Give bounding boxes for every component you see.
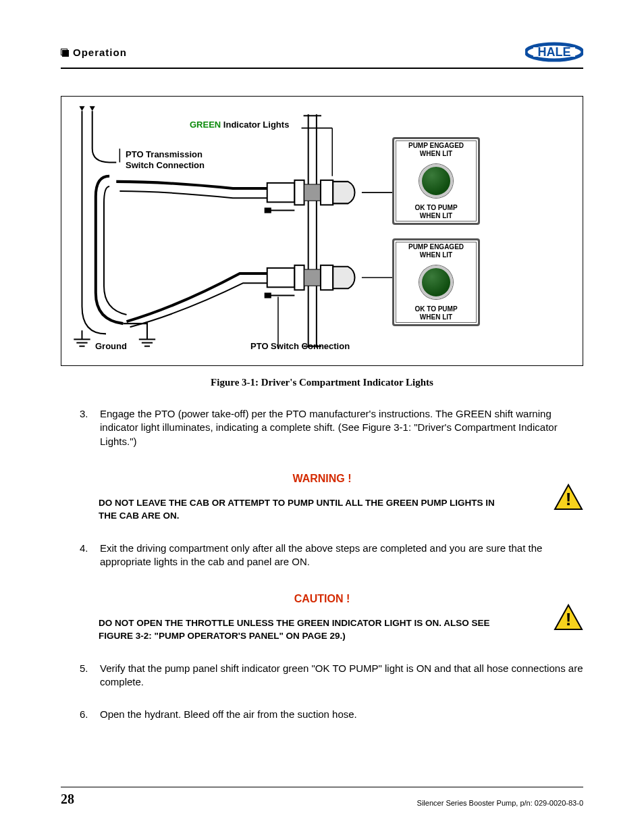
page-footer: 28 Silencer Series Booster Pump, p/n: 02… bbox=[61, 787, 583, 807]
step-4: 4. Exit the driving compartment only aft… bbox=[80, 542, 583, 569]
caution-body: DO NOT OPEN THE THROTTLE UNLESS THE GREE… bbox=[99, 617, 495, 643]
svg-rect-27 bbox=[265, 292, 271, 298]
status-panel-lower: PUMP ENGAGED WHEN LIT OK TO PUMP WHEN LI… bbox=[392, 238, 480, 326]
bullet-icon bbox=[61, 49, 68, 55]
svg-rect-20 bbox=[265, 207, 271, 213]
svg-text:!: ! bbox=[566, 489, 572, 509]
step-4-number: 4. bbox=[80, 542, 90, 569]
svg-rect-15 bbox=[267, 183, 295, 202]
caution-block: ! DO NOT OPEN THE THROTTLE UNLESS THE GR… bbox=[61, 617, 583, 643]
status-lower-top: PUMP ENGAGED WHEN LIT bbox=[408, 243, 464, 259]
page-number: 28 bbox=[61, 791, 74, 807]
warning-heading: WARNING ! bbox=[61, 473, 583, 485]
status-upper-bottom: OK TO PUMP WHEN LIT bbox=[414, 204, 457, 220]
step-4-text: Exit the driving compartment only after … bbox=[100, 542, 583, 569]
green-light-icon bbox=[419, 164, 453, 198]
section-title: Operation bbox=[61, 47, 127, 58]
diagram-label-switch-conn: Switch Connection bbox=[126, 160, 205, 170]
svg-marker-34 bbox=[90, 106, 95, 111]
svg-text:HALE: HALE bbox=[538, 45, 571, 59]
warning-body: DO NOT LEAVE THE CAB OR ATTEMPT TO PUMP … bbox=[99, 497, 495, 523]
green-light-icon bbox=[419, 265, 453, 299]
caution-icon: ! bbox=[554, 604, 583, 633]
svg-marker-33 bbox=[79, 106, 84, 111]
step-5-number: 5. bbox=[80, 662, 90, 689]
svg-rect-24 bbox=[304, 269, 321, 286]
svg-rect-16 bbox=[294, 180, 304, 205]
svg-text:!: ! bbox=[566, 609, 572, 629]
svg-rect-25 bbox=[321, 265, 333, 290]
step-6-text: Open the hydrant. Bleed off the air from… bbox=[100, 708, 357, 721]
section-title-text: Operation bbox=[73, 47, 127, 58]
step-5: 5. Verify that the pump panel shift indi… bbox=[80, 662, 583, 689]
caution-heading: CAUTION ! bbox=[61, 593, 583, 605]
status-lower-bottom: OK TO PUMP WHEN LIT bbox=[414, 305, 457, 321]
page-header: Operation HALE bbox=[61, 41, 583, 63]
header-rule bbox=[61, 68, 583, 69]
svg-rect-22 bbox=[267, 268, 295, 287]
step-3-text: Engage the PTO (power take-off) per the … bbox=[100, 407, 583, 448]
svg-rect-23 bbox=[294, 265, 304, 290]
warning-icon: ! bbox=[554, 484, 583, 513]
step-6: 6. Open the hydrant. Bleed off the air f… bbox=[80, 708, 583, 721]
diagram-label-green-indicator: GREEN Indicator Lights bbox=[190, 120, 289, 130]
step-6-number: 6. bbox=[80, 708, 90, 721]
step-3-number: 3. bbox=[80, 407, 90, 448]
diagram-label-pto-switch: PTO Switch Connection bbox=[250, 341, 350, 351]
warning-block: ! DO NOT LEAVE THE CAB OR ATTEMPT TO PUM… bbox=[61, 497, 583, 523]
step-3: 3. Engage the PTO (power take-off) per t… bbox=[80, 407, 583, 448]
svg-rect-18 bbox=[321, 180, 333, 205]
footer-text: Silencer Series Booster Pump, p/n: 029-0… bbox=[417, 799, 583, 807]
status-upper-top: PUMP ENGAGED WHEN LIT bbox=[408, 142, 464, 158]
figure-caption: Figure 3-1: Driver's Compartment Indicat… bbox=[61, 377, 583, 388]
step-5-text: Verify that the pump panel shift indicat… bbox=[100, 662, 583, 689]
diagram-label-pto-trans: PTO Transmission bbox=[126, 149, 203, 159]
svg-rect-17 bbox=[304, 184, 321, 201]
figure-diagram: GREEN Indicator Lights PTO Transmission … bbox=[61, 96, 583, 366]
diagram-label-ground: Ground bbox=[95, 341, 127, 351]
status-panel-upper: PUMP ENGAGED WHEN LIT OK TO PUMP WHEN LI… bbox=[392, 137, 480, 225]
hale-logo: HALE bbox=[525, 41, 583, 63]
